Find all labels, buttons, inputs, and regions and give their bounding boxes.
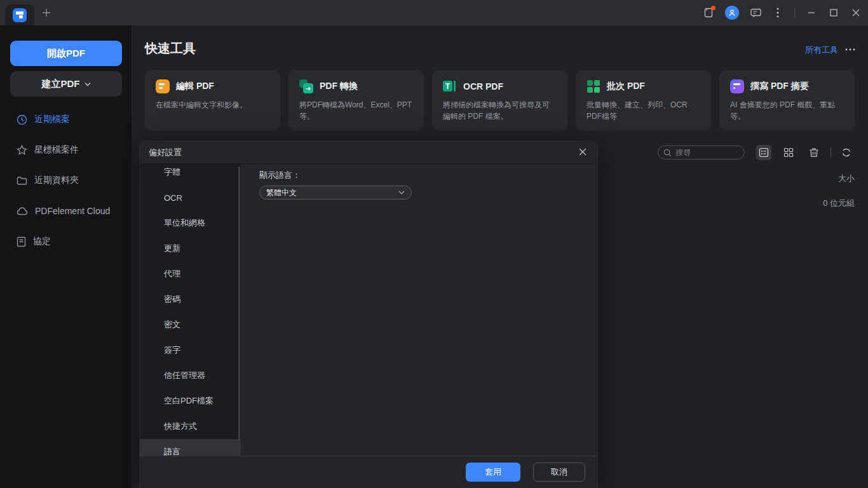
create-pdf-label: 建立PDF xyxy=(42,78,80,90)
app-logo-icon xyxy=(13,8,27,22)
notification-badge xyxy=(711,6,715,10)
card-batch-pdf[interactable]: 批次 PDF 批量轉換、建立、列印、OCR PDF檔等 xyxy=(576,70,711,130)
sidebar-item-label: 協定 xyxy=(33,236,51,247)
quick-tools-cards: 編輯 PDF 在檔案中編輯文字和影像。 ➜ PDF 轉換 將PDF轉檔為Word… xyxy=(145,70,855,130)
refresh-icon[interactable] xyxy=(839,145,854,160)
sidebar-nav: 近期檔案 星標檔案件 近期資料夾 PDFelement Cloud 協定 xyxy=(0,104,132,257)
toolbar-separator xyxy=(831,147,831,158)
card-pdf-convert[interactable]: ➜ PDF 轉換 將PDF轉檔為Word、Excel、PPT等。 xyxy=(288,70,424,130)
folder-icon xyxy=(17,175,27,186)
sidebar-item-label: 星標檔案件 xyxy=(34,144,79,156)
more-options-icon[interactable] xyxy=(845,44,857,55)
sidebar-item-recent-folders[interactable]: 近期資料夾 xyxy=(0,165,132,196)
language-select-value: 繁體中文 xyxy=(266,187,297,198)
page-title: 快速工具 xyxy=(145,40,196,57)
card-title: 撰寫 PDF 摘要 xyxy=(750,81,809,92)
card-desc: 將PDF轉檔為Word、Excel、PPT等。 xyxy=(299,99,413,122)
minimize-button[interactable] xyxy=(806,7,817,18)
titlebar xyxy=(0,0,868,25)
sidebar-item-label: 近期檔案 xyxy=(34,114,70,125)
dialog-title: 偏好設置 xyxy=(149,147,182,158)
pref-menu-shortcuts[interactable]: 快捷方式 xyxy=(140,414,241,439)
size-column-label[interactable]: 大小 xyxy=(820,173,855,184)
card-desc: 批量轉換、建立、列印、OCR PDF檔等 xyxy=(587,99,700,122)
display-language-label: 顯示語言： xyxy=(259,170,301,181)
create-pdf-button[interactable]: 建立PDF xyxy=(10,71,122,97)
sidebar: 開啟PDF 建立PDF 近期檔案 星標檔案件 近期資料夾 PDFelement … xyxy=(0,25,132,488)
dialog-header[interactable]: 偏好設置 xyxy=(140,141,597,164)
new-tab-button[interactable] xyxy=(41,7,52,18)
search-icon xyxy=(663,149,672,157)
card-title: 批次 PDF xyxy=(607,81,645,92)
pref-menu-language[interactable]: 語言 xyxy=(140,439,241,456)
language-select[interactable]: 繁體中文 xyxy=(259,186,412,200)
card-title: PDF 轉換 xyxy=(320,81,358,92)
dialog-content: 顯示語言： 繁體中文 xyxy=(241,164,597,456)
cancel-button[interactable]: 取消 xyxy=(533,463,585,482)
list-view-icon[interactable] xyxy=(756,145,771,160)
pref-menu-update[interactable]: 更新 xyxy=(140,236,241,261)
dialog-close-icon[interactable] xyxy=(578,147,588,158)
feedback-icon[interactable] xyxy=(750,7,761,18)
search-input[interactable] xyxy=(675,148,733,157)
pref-menu-ocr[interactable]: OCR xyxy=(140,185,241,210)
account-avatar[interactable] xyxy=(725,6,739,20)
pref-menu-proxy[interactable]: 代理 xyxy=(140,261,241,287)
notifications-icon[interactable] xyxy=(703,7,714,18)
chevron-down-icon xyxy=(85,82,91,86)
pref-menu-signature[interactable]: 簽字 xyxy=(140,337,241,363)
sidebar-item-agreement[interactable]: 協定 xyxy=(0,226,132,257)
kebab-menu-icon[interactable] xyxy=(772,7,783,18)
agreement-icon xyxy=(17,236,26,247)
tab-home[interactable] xyxy=(5,4,34,25)
dialog-menu: 字體 OCR 單位和網格 更新 代理 密碼 密文 簽字 信任管理器 空白PDF檔… xyxy=(140,164,241,456)
all-tools-link[interactable]: 所有工具 xyxy=(805,44,838,56)
sidebar-item-cloud[interactable]: PDFelement Cloud xyxy=(0,196,132,226)
cloud-icon xyxy=(17,207,28,215)
grid-view-icon[interactable] xyxy=(781,145,796,160)
clock-icon xyxy=(17,114,27,125)
pref-menu-fonts[interactable]: 字體 xyxy=(140,164,241,185)
card-desc: 在檔案中編輯文字和影像。 xyxy=(156,99,269,111)
card-desc: AI 會摘要您的 PDF 概觀、重點等。 xyxy=(730,99,844,122)
edit-pdf-icon xyxy=(156,79,170,93)
close-button[interactable] xyxy=(850,7,862,18)
dialog-footer: 套用 取消 xyxy=(140,456,597,488)
search-box[interactable] xyxy=(658,146,745,159)
sidebar-item-recent-files[interactable]: 近期檔案 xyxy=(0,104,132,135)
card-ocr-pdf[interactable]: T OCR PDF 將掃描的檔案轉換為可搜尋及可編輯的 PDF 檔案。 xyxy=(432,70,567,130)
card-title: OCR PDF xyxy=(463,81,503,92)
chevron-down-icon xyxy=(398,191,405,194)
star-icon xyxy=(17,145,27,156)
apply-button[interactable]: 套用 xyxy=(466,463,520,482)
maximize-button[interactable] xyxy=(828,7,839,18)
pdf-summary-icon xyxy=(730,79,744,93)
pref-menu-redaction[interactable]: 密文 xyxy=(140,312,241,337)
pref-menu-trust-manager[interactable]: 信任管理器 xyxy=(140,363,241,388)
preferences-dialog: 偏好設置 字體 OCR 單位和網格 更新 代理 密碼 密文 簽字 信任管理器 空… xyxy=(140,141,597,488)
pref-menu-password[interactable]: 密碼 xyxy=(140,287,241,312)
card-title: 編輯 PDF xyxy=(176,81,214,92)
ocr-pdf-icon: T xyxy=(443,79,457,93)
pref-menu-blank-pdf[interactable]: 空白PDF檔案 xyxy=(140,388,241,414)
batch-pdf-icon xyxy=(587,79,600,93)
total-size-value: 0 位元組 xyxy=(791,198,855,209)
sidebar-item-label: 近期資料夾 xyxy=(34,175,79,186)
card-desc: 將掃描的檔案轉換為可搜尋及可編輯的 PDF 檔案。 xyxy=(443,99,557,122)
sidebar-item-label: PDFelement Cloud xyxy=(35,206,110,216)
card-pdf-summary[interactable]: 撰寫 PDF 摘要 AI 會摘要您的 PDF 概觀、重點等。 xyxy=(719,70,855,130)
card-edit-pdf[interactable]: 編輯 PDF 在檔案中編輯文字和影像。 xyxy=(145,70,280,130)
pref-menu-units-grid[interactable]: 單位和網格 xyxy=(140,210,241,236)
pdf-convert-icon: ➜ xyxy=(299,79,313,93)
titlebar-separator xyxy=(794,8,795,18)
menu-scrollbar[interactable] xyxy=(238,166,240,441)
trash-icon[interactable] xyxy=(806,145,822,160)
open-pdf-button[interactable]: 開啟PDF xyxy=(10,41,122,66)
sidebar-item-starred-files[interactable]: 星標檔案件 xyxy=(0,135,132,165)
